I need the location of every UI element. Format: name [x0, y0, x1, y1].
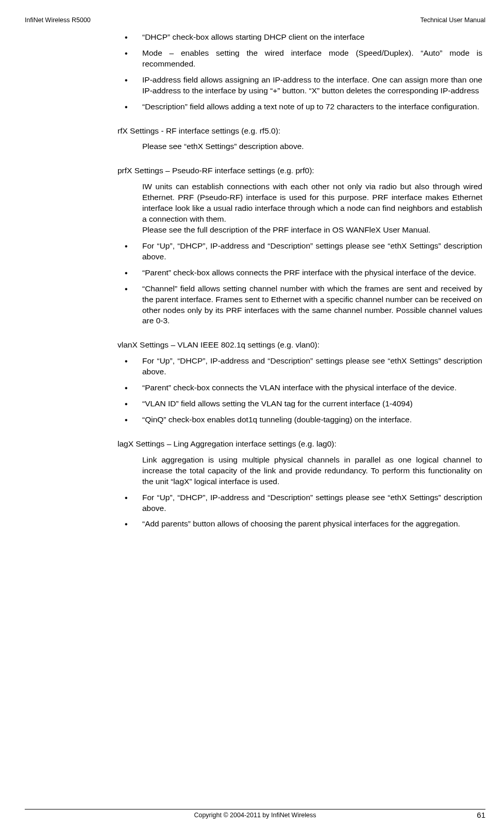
bullet-item: “Channel” field allows setting channel n… [117, 284, 482, 327]
bullet-item: “VLAN ID” field allows setting the VLAN … [117, 399, 482, 409]
footer-rule [25, 809, 485, 810]
rfx-section-title: rfX Settings - RF interface settings (e.… [117, 126, 482, 137]
header-right: Technical User Manual [421, 16, 485, 24]
bullet-item: “DHCP” check-box allows starting DHCP cl… [117, 32, 482, 43]
bullet-item: “Description” field allows adding a text… [117, 102, 482, 112]
bullet-item: For “Up”, “DHCP”, IP-address and “Descri… [117, 492, 482, 514]
header-left: InfiNet Wireless R5000 [25, 16, 91, 24]
bullet-item: “QinQ” check-box enables dot1q tunneling… [117, 415, 482, 425]
bullet-item: “Parent” check-box allows connects the P… [117, 268, 482, 278]
footer-page-number: 61 [477, 811, 485, 819]
intro-bullet-list: “DHCP” check-box allows starting DHCP cl… [117, 32, 482, 112]
prfx-section-title: prfX Settings – Pseudo-RF interface sett… [117, 166, 482, 176]
bullet-item: IP-address field allows assigning an IP-… [117, 75, 482, 96]
page-header: InfiNet Wireless R5000 Technical User Ma… [25, 16, 485, 24]
footer-copyright: Copyright © 2004-2011 by InfiNet Wireles… [194, 812, 316, 819]
prfx-para2: Please see the full description of the P… [117, 225, 482, 236]
page: InfiNet Wireless R5000 Technical User Ma… [0, 0, 504, 826]
lagx-para: Link aggregation is using multiple physi… [117, 455, 482, 487]
bullet-item: For “Up”, “DHCP”, IP-address and “Descri… [117, 241, 482, 262]
lagx-section-title: lagX Settings – Ling Aggregation interfa… [117, 439, 482, 450]
vlanx-bullet-list: For “Up”, “DHCP”, IP-address and “Descri… [117, 356, 482, 425]
rfx-para: Please see “ethX Settings” description a… [117, 141, 482, 152]
bullet-item: Mode – enables setting the wired interfa… [117, 48, 482, 70]
lagx-bullet-list: For “Up”, “DHCP”, IP-address and “Descri… [117, 492, 482, 530]
vlanx-section-title: vlanX Settings – VLAN IEEE 802.1q settin… [117, 340, 482, 351]
page-footer: Copyright © 2004-2011 by InfiNet Wireles… [25, 809, 485, 819]
bullet-item: “Parent” check-box connects the VLAN int… [117, 383, 482, 393]
content: “DHCP” check-box allows starting DHCP cl… [117, 32, 482, 530]
bullet-item: For “Up”, “DHCP”, IP-address and “Descri… [117, 356, 482, 377]
prfx-bullet-list: For “Up”, “DHCP”, IP-address and “Descri… [117, 241, 482, 326]
bullet-item: “Add parents” button allows of choosing … [117, 519, 482, 530]
prfx-para1: IW units can establish connections with … [117, 181, 482, 225]
